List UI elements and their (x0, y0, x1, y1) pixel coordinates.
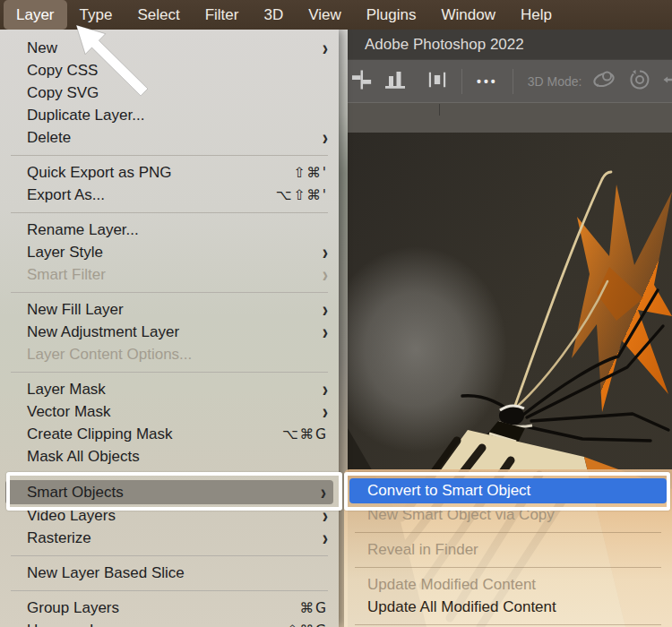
document-tab-bar[interactable] (339, 102, 672, 133)
menu-item-label: Create Clipping Mask (27, 425, 173, 443)
menu-item-label: New Fill Layer (27, 301, 124, 319)
3d-roll-icon[interactable] (626, 66, 653, 97)
options-bar-divider (513, 69, 513, 94)
menu-item-new-fill-layer[interactable]: New Fill Layer› (0, 298, 339, 321)
menu-item-quick-export-as-png[interactable]: Quick Export as PNG⇧⌘' (0, 161, 339, 184)
submenu-item-update-modified-content: Update Modified Content (344, 573, 672, 596)
menu-item-create-clipping-mask[interactable]: Create Clipping Mask⌥⌘G (0, 423, 339, 445)
menu-item-label: Layer Mask (27, 381, 106, 399)
menubar-item-select[interactable]: Select (125, 0, 192, 30)
menubar-item-view[interactable]: View (296, 0, 354, 30)
menu-separator (355, 624, 661, 625)
menu-separator (355, 567, 661, 568)
menu-item-group-layers[interactable]: Group Layers⌘G (0, 597, 339, 619)
more-options-icon[interactable]: ••• (477, 74, 498, 89)
menu-item-label: Rasterize (27, 529, 91, 547)
menu-item-export-as[interactable]: Export As...⌥⇧⌘' (0, 184, 339, 206)
menu-item-label: Update All Modified Content (367, 598, 556, 616)
menu-separator (11, 474, 328, 475)
menu-item-copy-svg[interactable]: Copy SVG (0, 82, 339, 104)
options-bar: ••• 3D Mode: (339, 59, 672, 103)
menubar-item-help[interactable]: Help (508, 0, 564, 30)
menubar-item-3d[interactable]: 3D (251, 0, 296, 30)
menu-item-video-layers[interactable]: Video Layers› (0, 504, 339, 527)
layer-menu: New› Copy CSS Copy SVG Duplicate Layer..… (0, 30, 339, 627)
menu-item-layer-mask[interactable]: Layer Mask› (0, 378, 339, 400)
tab-divider (439, 104, 440, 116)
menu-item-label: Smart Filter (27, 266, 106, 284)
window-title: Adobe Photoshop 2022 (339, 36, 524, 54)
align-horizontal-centers-icon[interactable] (351, 69, 372, 94)
menu-item-label: Ungroup Layers (27, 622, 135, 627)
menu-item-label: Reveal in Finder (367, 541, 478, 559)
submenu-item-reveal-in-finder: Reveal in Finder (344, 538, 672, 561)
menu-item-label: Copy SVG (27, 84, 99, 102)
menubar-item-filter[interactable]: Filter (193, 0, 252, 30)
chevron-right-icon: › (323, 318, 328, 346)
menu-item-rename-layer[interactable]: Rename Layer... (0, 219, 339, 241)
options-bar-divider (461, 69, 462, 94)
menubar-item-plugins[interactable]: Plugins (354, 0, 429, 30)
menu-item-smart-objects[interactable]: Smart Objects› (5, 480, 333, 504)
submenu-item-convert-to-smart-object[interactable]: Convert to Smart Object (349, 478, 667, 503)
3d-orbit-icon[interactable] (590, 66, 617, 97)
menu-item-smart-filter: Smart Filter› (0, 263, 339, 286)
menu-item-label: New Smart Object via Copy (367, 506, 555, 524)
menu-item-mask-all-objects[interactable]: Mask All Objects (0, 445, 339, 468)
menubar-item-layer[interactable]: Layer (4, 0, 67, 30)
distribute-horizontal-centers-icon[interactable] (427, 69, 447, 94)
menu-separator (11, 292, 328, 293)
menu-item-label: Vector Mask (27, 403, 111, 421)
menu-item-label: Layer Content Options... (27, 346, 192, 364)
smart-objects-submenu: Convert to Smart Object New Smart Object… (344, 469, 672, 627)
menu-item-label: Mask All Objects (27, 448, 140, 466)
shortcut-label: ⇧⌘' (293, 165, 328, 181)
align-bottom-edges-icon[interactable] (384, 69, 406, 94)
menu-item-new-layer-based-slice[interactable]: New Layer Based Slice (0, 562, 339, 584)
menu-item-new[interactable]: New› (0, 37, 339, 59)
menu-item-layer-style[interactable]: Layer Style› (0, 241, 339, 263)
menu-item-label: Export As... (27, 186, 105, 204)
menu-separator (11, 555, 328, 556)
menubar-item-window[interactable]: Window (428, 0, 507, 30)
submenu-item-new-smart-object-via-copy: New Smart Object via Copy (344, 503, 672, 526)
shortcut-label: ⌘G (299, 600, 328, 616)
menu-item-label: New Layer Based Slice (27, 564, 185, 582)
menu-item-label: Duplicate Layer... (27, 107, 144, 125)
menu-item-label: Rename Layer... (27, 221, 139, 239)
shortcut-label: ⇧⌘G (287, 623, 329, 627)
chevron-right-icon: › (323, 398, 328, 425)
menu-item-label: Smart Objects (27, 484, 124, 502)
menu-item-copy-css[interactable]: Copy CSS (0, 59, 339, 82)
menu-item-ungroup-layers[interactable]: Ungroup Layers⇧⌘G (0, 619, 339, 627)
menu-separator (355, 532, 661, 533)
menu-item-label: Convert to Smart Object (367, 482, 530, 500)
menu-item-label: Quick Export as PNG (27, 164, 172, 182)
menu-item-label: New Adjustment Layer (27, 323, 179, 341)
menu-item-label: Group Layers (27, 599, 119, 617)
shortcut-label: ⌥⌘G (282, 426, 328, 442)
menubar: Layer Type Select Filter 3D View Plugins… (0, 0, 672, 30)
submenu-item-update-all-modified-content[interactable]: Update All Modified Content (344, 596, 672, 618)
menu-item-vector-mask[interactable]: Vector Mask› (0, 400, 339, 423)
menu-item-delete[interactable]: Delete› (0, 126, 339, 149)
menu-item-label: Layer Style (27, 244, 103, 262)
menu-item-rasterize[interactable]: Rasterize› (0, 527, 339, 549)
menu-item-label: Update Modified Content (367, 576, 536, 594)
chevron-right-icon: › (323, 261, 328, 288)
menu-item-label: Delete (27, 129, 71, 147)
chevron-right-icon: › (323, 524, 328, 552)
window-titlebar: Adobe Photoshop 2022 (339, 30, 672, 59)
menu-item-label: Video Layers (27, 507, 116, 525)
menu-item-new-adjustment-layer[interactable]: New Adjustment Layer› (0, 321, 339, 343)
3d-pan-icon[interactable] (662, 66, 672, 97)
menu-separator (11, 212, 328, 213)
menu-item-label: New (27, 39, 57, 57)
menu-separator (11, 155, 328, 156)
menubar-item-type[interactable]: Type (67, 0, 125, 30)
menu-item-label: Copy CSS (27, 62, 98, 80)
shortcut-label: ⌥⇧⌘' (275, 187, 328, 203)
menu-separator (11, 372, 328, 373)
3d-mode-label: 3D Mode: (528, 74, 582, 89)
menu-item-duplicate-layer[interactable]: Duplicate Layer... (0, 104, 339, 126)
